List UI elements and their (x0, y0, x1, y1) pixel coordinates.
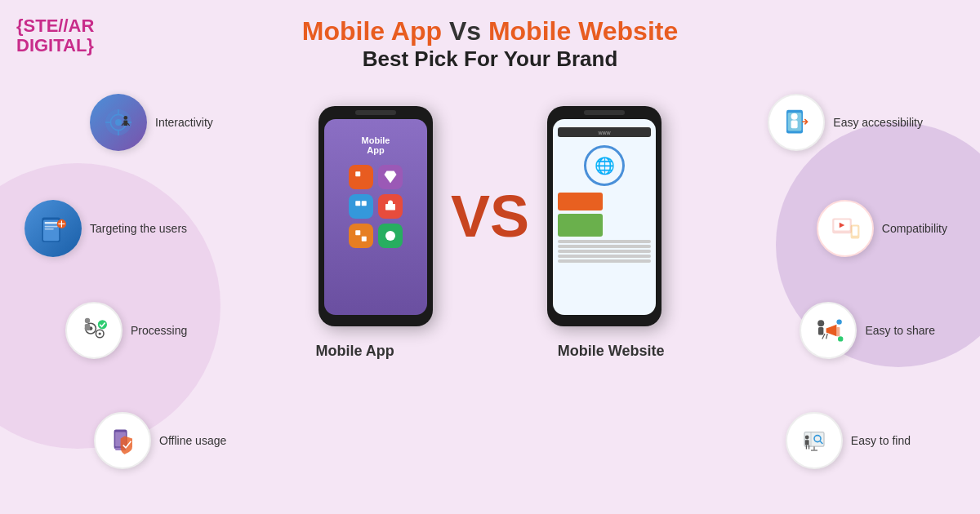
svg-rect-1 (355, 201, 360, 206)
svg-point-45 (818, 320, 825, 326)
content-green (558, 214, 603, 237)
website-content-block (558, 193, 651, 263)
website-screen: www 🌐 (553, 119, 656, 315)
website-globe-icon: 🌐 (584, 145, 625, 186)
share-label: Easy to share (865, 324, 935, 337)
header-mobile-website: Mobile Website (488, 16, 678, 46)
processing-icon (65, 302, 122, 359)
app-icon-2 (378, 165, 403, 189)
share-icon (800, 302, 857, 359)
phone-labels: Mobile App Mobile Website (315, 343, 664, 360)
svg-rect-5 (362, 237, 367, 241)
feature-find: Easy to find (786, 412, 911, 469)
svg-point-48 (837, 319, 842, 324)
feature-accessibility: Easy accessibility (768, 94, 923, 151)
app-icons-grid (345, 162, 406, 251)
feature-interactivity: Interactivity (90, 94, 213, 151)
offline-label: Offline usage (159, 434, 226, 447)
website-address-bar: www (558, 127, 651, 137)
svg-point-14 (123, 116, 127, 120)
content-line-2 (558, 245, 651, 248)
content-line-5 (558, 259, 651, 263)
header-line1: Mobile App Vs Mobile Website (0, 16, 980, 47)
accessibility-label: Easy accessibility (833, 116, 923, 129)
find-label: Easy to find (851, 434, 911, 447)
website-label: Mobile Website (558, 343, 665, 360)
app-icon-6 (378, 224, 403, 248)
header: Mobile App Vs Mobile Website Best Pick F… (0, 16, 980, 72)
app-icon-4 (378, 194, 403, 219)
compatibility-icon (817, 200, 874, 257)
center-area: MobileApp (318, 106, 662, 326)
content-line-3 (558, 250, 651, 253)
website-screen-content: www 🌐 (553, 119, 656, 315)
targeting-label: Targeting the users (90, 222, 187, 235)
header-line2: Best Pick For Your Brand (0, 47, 980, 72)
svg-point-32 (98, 320, 107, 329)
svg-rect-21 (45, 226, 58, 228)
header-mobile-app: Mobile App (302, 16, 442, 46)
header-vs: Vs (449, 16, 488, 46)
mobile-website-phone: www 🌐 (547, 106, 662, 326)
app-icon-5 (349, 224, 373, 248)
svg-rect-44 (853, 227, 858, 236)
svg-rect-0 (355, 171, 360, 176)
svg-rect-55 (805, 440, 809, 445)
svg-rect-4 (355, 230, 360, 235)
content-line-1 (558, 240, 651, 243)
svg-rect-31 (85, 324, 90, 330)
svg-point-38 (791, 113, 798, 120)
offline-icon (94, 412, 151, 469)
feature-offline: Offline usage (94, 412, 226, 469)
content-lines (558, 240, 651, 263)
svg-point-29 (99, 332, 101, 335)
find-icon (786, 412, 843, 469)
mobile-app-phone: MobileApp (318, 106, 433, 326)
app-screen: MobileApp (324, 119, 427, 315)
svg-point-9 (115, 119, 122, 126)
svg-rect-39 (791, 121, 798, 129)
feature-targeting: Targeting the users (24, 200, 187, 257)
svg-rect-3 (385, 204, 395, 210)
app-screen-title: MobileApp (362, 135, 390, 155)
content-orange (558, 193, 603, 210)
phone-notch-left (355, 110, 396, 115)
app-screen-content: MobileApp (324, 119, 427, 315)
svg-point-30 (85, 318, 90, 323)
svg-rect-15 (123, 121, 127, 126)
compatibility-label: Compatibility (882, 222, 947, 235)
svg-rect-47 (837, 327, 840, 336)
accessibility-icon (768, 94, 825, 151)
interactivity-label: Interactivity (155, 116, 213, 129)
svg-point-54 (805, 436, 809, 440)
svg-rect-22 (45, 228, 54, 230)
app-icon-3 (349, 194, 373, 219)
svg-rect-2 (362, 201, 367, 206)
feature-processing: Processing (65, 302, 187, 359)
app-icon-1 (349, 165, 373, 189)
interactivity-icon (90, 94, 147, 151)
vs-label: VS (441, 187, 539, 246)
app-label: Mobile App (315, 343, 394, 360)
processing-label: Processing (131, 324, 187, 337)
feature-share: Easy to share (800, 302, 935, 359)
targeting-icon (24, 200, 82, 257)
svg-rect-46 (818, 327, 823, 335)
svg-rect-20 (45, 222, 58, 224)
svg-point-49 (838, 336, 843, 341)
phone-notch-right (584, 110, 625, 115)
feature-compatibility: Compatibility (817, 200, 947, 257)
content-line-4 (558, 255, 651, 258)
